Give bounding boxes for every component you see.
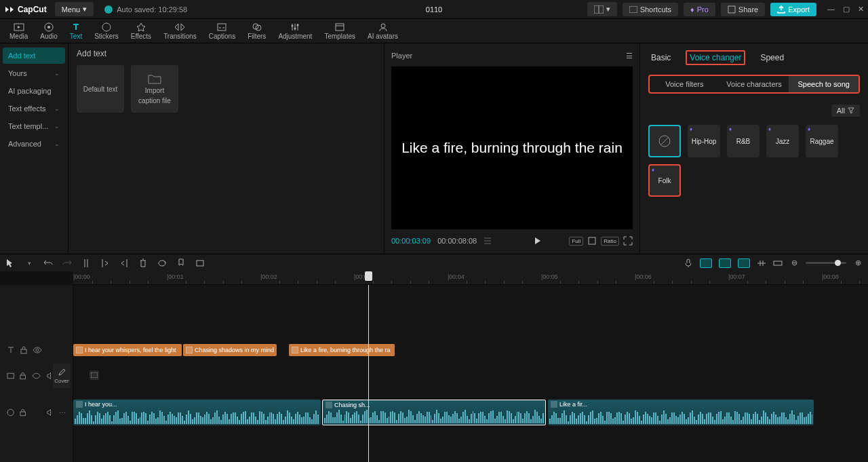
audio-track-header[interactable]: ⋯ xyxy=(0,398,73,427)
shortcuts-button[interactable]: Shortcuts xyxy=(623,3,678,16)
lock-icon[interactable] xyxy=(20,346,27,354)
genre-raggae[interactable]: ♦Raggae xyxy=(806,125,838,157)
ribbon-transitions[interactable]: Transitions xyxy=(158,21,202,41)
genre-rnb[interactable]: ♦R&B xyxy=(727,125,760,157)
subtab-speech-to-song[interactable]: Speech to song xyxy=(789,76,859,92)
delete-tool[interactable] xyxy=(138,258,148,268)
crop-tool[interactable] xyxy=(195,258,205,268)
preview-tool[interactable] xyxy=(738,258,750,268)
text-track[interactable]: I hear your whispers, feel the lightChas… xyxy=(73,339,868,361)
ribbon-audio[interactable]: Audio xyxy=(35,21,63,41)
ratio-button[interactable]: Ratio xyxy=(601,237,619,246)
ribbon-filters[interactable]: Filters xyxy=(242,21,271,41)
mic-icon[interactable] xyxy=(684,258,693,268)
audio-track[interactable]: I hear you...Chasing sh...Like a fir... xyxy=(73,398,868,427)
zoom-in-icon[interactable]: ⊕ xyxy=(853,258,863,268)
sidebar-text-effects[interactable]: Text effects⌄ xyxy=(3,100,65,117)
player-canvas[interactable]: Like a fire, burning through the rain xyxy=(391,66,633,229)
genre-jazz[interactable]: ♦Jazz xyxy=(766,125,799,157)
zoom-slider[interactable] xyxy=(806,262,846,264)
text-clip[interactable]: Chasing shadows in my mind xyxy=(183,344,277,356)
trim-right-tool[interactable] xyxy=(119,258,129,268)
zoom-out-icon[interactable]: ⊖ xyxy=(789,258,799,268)
genre-folk[interactable]: ♦Folk xyxy=(648,164,681,197)
lock-icon[interactable] xyxy=(20,408,26,417)
genre-hiphop[interactable]: ♦Hip-Hop xyxy=(688,125,720,157)
sidebar-advanced[interactable]: Advanced⌄ xyxy=(3,136,65,152)
sidebar-yours[interactable]: Yours⌄ xyxy=(3,65,65,81)
svg-rect-25 xyxy=(7,373,14,379)
import-caption-card[interactable]: Import caption file xyxy=(131,65,178,113)
svg-rect-23 xyxy=(21,349,26,353)
play-button[interactable] xyxy=(532,236,542,246)
ribbon-effects[interactable]: Effects xyxy=(125,21,157,41)
chevron-down-icon: ⌄ xyxy=(54,140,60,147)
redo-button[interactable] xyxy=(62,258,72,268)
ribbon-ai-avatars[interactable]: AI avatars xyxy=(362,21,403,41)
audio-track-icon xyxy=(7,408,14,417)
tool-ribbon: Media Audio Text Stickers Effects Transi… xyxy=(0,19,868,43)
pointer-tool[interactable] xyxy=(5,258,15,268)
sidebar-add-text[interactable]: Add text xyxy=(3,47,65,64)
ribbon-templates[interactable]: Templates xyxy=(319,21,361,41)
magnet-tool[interactable] xyxy=(700,258,712,268)
export-button[interactable]: Export xyxy=(770,3,816,16)
list-icon[interactable] xyxy=(484,237,492,245)
eye-icon[interactable] xyxy=(32,372,41,379)
ribbon-media[interactable]: Media xyxy=(4,21,33,41)
chevron-down-icon: ▾ xyxy=(83,5,87,14)
subtab-voice-filters[interactable]: Voice filters xyxy=(650,76,719,92)
menu-icon[interactable]: ☰ xyxy=(626,52,633,60)
more-icon[interactable]: ⋯ xyxy=(59,409,66,417)
crop-icon[interactable] xyxy=(587,236,597,246)
undo-button[interactable] xyxy=(43,258,53,268)
filter-all-button[interactable]: All xyxy=(831,104,860,117)
timeline: ⋯ ⋯ I hear your whispers, feel the light… xyxy=(0,285,868,462)
add-clip-button[interactable] xyxy=(90,370,99,380)
text-track-header[interactable] xyxy=(0,339,73,361)
chevron-down-icon[interactable]: ▾ xyxy=(24,258,34,268)
marker-tool[interactable] xyxy=(176,258,186,268)
playhead[interactable] xyxy=(368,285,369,462)
ribbon-adjustment[interactable]: Adjustment xyxy=(273,21,317,41)
audio-clip[interactable]: Chasing sh... xyxy=(322,400,546,425)
genre-none[interactable] xyxy=(648,125,681,157)
sidebar-text-templates[interactable]: Text templ...⌄ xyxy=(3,118,65,134)
timeline-ruler[interactable]: |00:00|00:01|00:02|00:03|00:04|00:05|00:… xyxy=(73,271,868,285)
audio-clip[interactable]: I hear you... xyxy=(73,400,321,425)
ribbon-text[interactable]: Text xyxy=(64,21,87,41)
maximize-icon[interactable]: ▢ xyxy=(843,5,850,14)
tab-basic[interactable]: Basic xyxy=(648,52,673,64)
minimize-icon[interactable]: — xyxy=(827,5,835,14)
audio-clip[interactable]: Like a fir... xyxy=(548,400,814,425)
pro-button[interactable]: ♦ Pro xyxy=(684,3,715,16)
fullscreen-icon[interactable] xyxy=(623,236,633,246)
full-button[interactable]: Full xyxy=(569,237,583,246)
ribbon-stickers[interactable]: Stickers xyxy=(89,21,124,41)
text-clip[interactable]: I hear your whispers, feel the light xyxy=(73,344,182,356)
close-icon[interactable]: ✕ xyxy=(858,5,864,14)
tab-speed[interactable]: Speed xyxy=(757,52,787,64)
layout-button[interactable]: ▾ xyxy=(587,2,617,16)
link-tool[interactable] xyxy=(719,258,731,268)
svg-line-19 xyxy=(660,137,669,145)
lock-icon[interactable] xyxy=(20,372,26,380)
eye-icon[interactable] xyxy=(33,347,42,353)
loop-tool[interactable] xyxy=(157,258,167,268)
subtab-voice-characters[interactable]: Voice characters xyxy=(719,76,789,92)
text-clip[interactable]: Like a fire, burning through the ra xyxy=(289,344,395,356)
track-tool[interactable] xyxy=(773,258,783,268)
sidebar-ai-packaging[interactable]: AI packaging xyxy=(3,83,65,99)
trim-left-tool[interactable] xyxy=(100,258,110,268)
split-tool[interactable] xyxy=(81,258,91,268)
ribbon-captions[interactable]: Captions xyxy=(203,21,241,41)
tab-voice-changer[interactable]: Voice changer xyxy=(686,50,745,65)
svg-rect-29 xyxy=(76,347,83,353)
share-button[interactable]: Share xyxy=(721,3,765,16)
menu-button[interactable]: Menu ▾ xyxy=(55,2,94,16)
cover-button[interactable]: Cover xyxy=(53,364,71,388)
video-track[interactable]: Cover xyxy=(73,361,868,391)
align-tool[interactable] xyxy=(757,258,766,268)
mute-icon[interactable] xyxy=(46,408,54,417)
default-text-card[interactable]: Default text xyxy=(77,65,124,113)
